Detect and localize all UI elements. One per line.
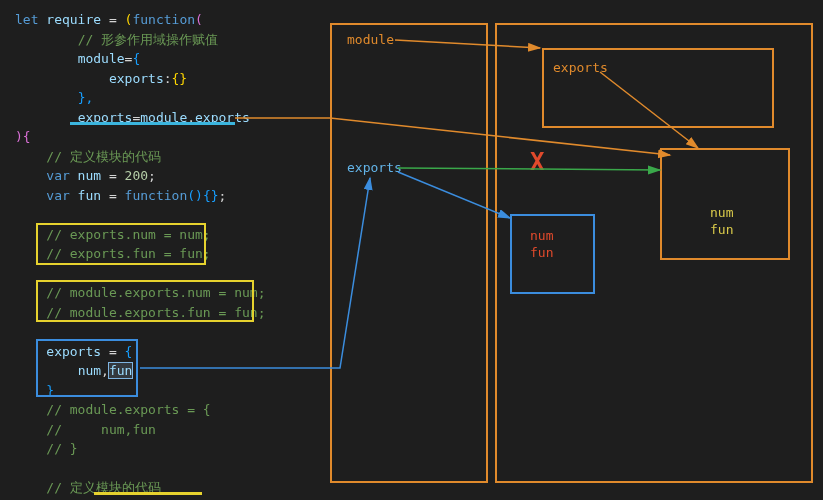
code-line xyxy=(15,322,330,342)
code-line xyxy=(15,205,330,225)
code-line: // module.exports = { xyxy=(15,400,330,420)
code-line: // exports.fun = fun; xyxy=(15,244,330,264)
code-line xyxy=(15,459,330,479)
cross-out-icon: X xyxy=(530,148,544,176)
code-line: } xyxy=(15,381,330,401)
underline-exports-param xyxy=(70,122,235,125)
code-line: exports:{} xyxy=(15,69,330,89)
code-line: }, xyxy=(15,88,330,108)
code-line: var fun = function(){}; xyxy=(15,186,330,206)
code-editor: let require = (function( // 形参作用域操作赋值 mo… xyxy=(0,0,330,500)
code-line: module={ xyxy=(15,49,330,69)
code-line: // exports.num = num; xyxy=(15,225,330,245)
code-line: // 定义模块的代码 xyxy=(15,147,330,167)
code-line: // module.exports.num = num; xyxy=(15,283,330,303)
num-label: num xyxy=(710,205,733,220)
code-line: // module.exports.fun = fun; xyxy=(15,303,330,323)
code-line xyxy=(15,264,330,284)
module-label: module xyxy=(347,32,394,47)
code-line: // } xyxy=(15,439,330,459)
fun-label: fun xyxy=(710,222,733,237)
code-line: ){ xyxy=(15,127,330,147)
code-line: num,fun xyxy=(15,361,330,381)
code-line: // 形参作用域操作赋值 xyxy=(15,30,330,50)
code-line: // num,fun xyxy=(15,420,330,440)
code-line: exports = { xyxy=(15,342,330,362)
scope-box-outer-left xyxy=(330,23,488,483)
exports-label-left: exports xyxy=(347,160,402,175)
num-red-label: num xyxy=(530,228,553,243)
code-line: var num = 200; xyxy=(15,166,330,186)
code-line: let require = (function( xyxy=(15,10,330,30)
exports-prop-label: exports xyxy=(553,60,608,75)
fun-red-label: fun xyxy=(530,245,553,260)
exports-object-box xyxy=(660,148,790,260)
underline-return-exports xyxy=(94,492,202,495)
